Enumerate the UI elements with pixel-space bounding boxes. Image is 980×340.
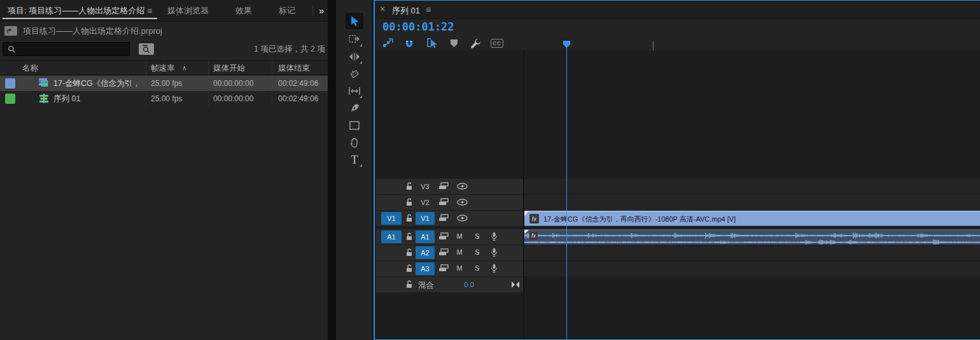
- type-tool[interactable]: T: [346, 152, 363, 168]
- captions-icon[interactable]: CC: [491, 37, 503, 50]
- label-color-chip[interactable]: [5, 94, 15, 104]
- table-row-sequence[interactable]: 序列 01 25.00 fps 00:00:00:00 00:02:49:06: [0, 91, 328, 106]
- project-search-row: 1 项已选择，共 2 项: [0, 39, 328, 59]
- fx-badge[interactable]: fx: [529, 232, 538, 240]
- sync-lock-icon[interactable]: [438, 232, 449, 241]
- source-patch-v1[interactable]: V1: [381, 212, 402, 225]
- item-fps: 25.00 fps: [151, 94, 182, 103]
- linked-selection-icon[interactable]: [426, 37, 438, 50]
- track-v2-strip[interactable]: [524, 195, 980, 210]
- panel-overflow-button[interactable]: »: [319, 0, 324, 22]
- razor-tool[interactable]: [346, 66, 363, 82]
- clip-selection-corner: [524, 211, 529, 216]
- lock-icon[interactable]: [405, 280, 413, 288]
- mute-button[interactable]: M: [455, 264, 464, 272]
- lock-icon[interactable]: [405, 264, 413, 273]
- track-target-a1[interactable]: A1: [416, 230, 435, 243]
- sync-lock-icon[interactable]: [438, 248, 449, 257]
- slip-tool[interactable]: [346, 83, 363, 99]
- column-fps[interactable]: 帧速率: [151, 63, 175, 74]
- search-bin-button[interactable]: [139, 43, 154, 55]
- item-fps: 25.00 fps: [151, 79, 182, 88]
- video-clip[interactable]: fx 17-金蝉CG《信念为引，再向西行》-1080P 高清-AVC.mp4 […: [524, 211, 980, 226]
- track-select-forward-tool[interactable]: [346, 31, 363, 48]
- close-icon[interactable]: ×: [380, 4, 385, 14]
- table-row-clip[interactable]: 17-金蝉CG《信念为引， 25.00 fps 00:00:00:00 00:0…: [0, 76, 328, 91]
- label-color-chip[interactable]: [5, 78, 15, 89]
- item-media-end: 00:02:49:06: [278, 94, 318, 103]
- column-name[interactable]: 名称: [22, 63, 38, 74]
- track-a3-strip[interactable]: [524, 261, 980, 276]
- track-header-v3: V3: [376, 179, 523, 194]
- source-patch-a1[interactable]: A1: [381, 230, 402, 243]
- mute-button[interactable]: M: [455, 248, 464, 256]
- sync-lock-icon[interactable]: [438, 181, 449, 190]
- lock-icon[interactable]: [405, 182, 413, 190]
- pen-tool[interactable]: [346, 100, 363, 117]
- track-target-v3[interactable]: V3: [416, 180, 435, 193]
- tab-effects[interactable]: 效果: [235, 0, 252, 22]
- timeline-tab-sequence[interactable]: 序列 01: [392, 5, 420, 17]
- track-header-a3: A3 M S: [376, 261, 523, 276]
- fx-badge[interactable]: fx: [529, 214, 539, 223]
- ripple-edit-tool[interactable]: [346, 48, 363, 65]
- item-name[interactable]: 序列 01: [53, 94, 80, 104]
- nest-insert-icon[interactable]: [381, 37, 394, 50]
- track-target-a2[interactable]: A2: [416, 246, 435, 259]
- voiceover-mic-icon[interactable]: [491, 232, 498, 241]
- voiceover-mic-icon[interactable]: [491, 264, 498, 273]
- track-visibility-eye-icon[interactable]: [457, 199, 468, 206]
- project-file-name: 项目练习——人物出场定格介绍.prproj: [23, 25, 162, 37]
- hand-tool[interactable]: [346, 134, 363, 151]
- sort-ascending-icon[interactable]: ∧: [182, 64, 186, 71]
- lock-icon[interactable]: [405, 248, 413, 257]
- snap-magnet-icon[interactable]: [403, 37, 416, 50]
- tool-flyout-indicator: [360, 96, 362, 98]
- selection-tool[interactable]: [346, 13, 363, 29]
- sync-lock-icon[interactable]: [438, 213, 449, 222]
- timeline-panel: × 序列 01 ≡ 00:00:01:22: [374, 0, 980, 340]
- search-bin-icon: [142, 45, 151, 53]
- sync-lock-icon[interactable]: [438, 197, 449, 206]
- playhead-head[interactable]: [563, 40, 571, 48]
- track-visibility-eye-icon[interactable]: [457, 215, 468, 222]
- column-media-start[interactable]: 媒体开始: [213, 63, 245, 74]
- voiceover-mic-icon[interactable]: [491, 248, 498, 257]
- tab-markers[interactable]: 标记: [279, 0, 295, 22]
- item-name[interactable]: 17-金蝉CG《信念为引，: [53, 78, 141, 89]
- solo-button[interactable]: S: [473, 248, 482, 256]
- solo-button[interactable]: S: [473, 232, 482, 240]
- rectangle-tool[interactable]: [346, 117, 363, 134]
- column-media-end[interactable]: 媒体结束: [278, 63, 310, 74]
- audio-clip[interactable]: fx: [524, 229, 980, 244]
- add-marker-icon[interactable]: [447, 37, 460, 50]
- video-clip-name: 17-金蝉CG《信念为引，再向西行》-1080P 高清-AVC.mp4 [V]: [543, 215, 736, 224]
- project-home-icon[interactable]: [4, 26, 17, 36]
- keyframe-navigator-icon[interactable]: [511, 281, 520, 288]
- current-timecode[interactable]: 00:00:01:22: [382, 20, 454, 33]
- track-visibility-eye-icon[interactable]: [457, 183, 468, 190]
- audio-waveform: [524, 230, 980, 244]
- item-media-start: 00:00:00:00: [213, 94, 253, 103]
- lock-icon[interactable]: [405, 232, 413, 241]
- track-target-v1[interactable]: V1: [416, 212, 435, 225]
- item-media-start: 00:00:00:00: [213, 79, 253, 88]
- search-input[interactable]: [20, 43, 128, 55]
- sync-lock-icon[interactable]: [438, 264, 449, 273]
- lock-icon[interactable]: [405, 214, 413, 222]
- track-target-a3[interactable]: A3: [416, 262, 435, 275]
- solo-button[interactable]: S: [473, 264, 482, 272]
- master-gain-value[interactable]: 0.0: [464, 281, 474, 288]
- tool-flyout-indicator: [360, 44, 362, 46]
- search-box[interactable]: [3, 42, 130, 56]
- track-target-v2[interactable]: V2: [416, 196, 435, 209]
- timeline-settings-wrench-icon[interactable]: [469, 37, 482, 50]
- playhead-line[interactable]: [566, 41, 567, 339]
- lock-icon[interactable]: [405, 198, 413, 206]
- track-header-a1: A1 A1 M S: [376, 229, 523, 244]
- track-a2-strip[interactable]: [524, 245, 980, 260]
- panel-menu-icon[interactable]: ≡: [426, 4, 431, 15]
- track-v3-strip[interactable]: [524, 179, 980, 194]
- mute-button[interactable]: M: [455, 232, 464, 240]
- tab-media-browser[interactable]: 媒体浏览器: [167, 0, 209, 22]
